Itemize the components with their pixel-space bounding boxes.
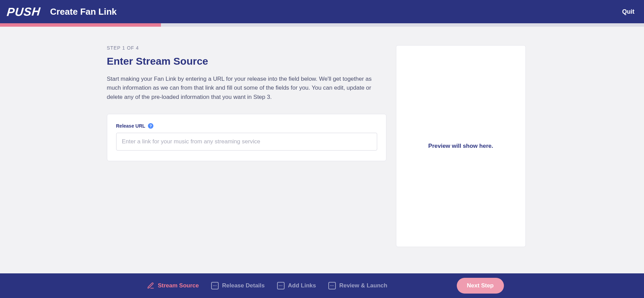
- progress-bar-track: [0, 23, 644, 27]
- next-step-button[interactable]: Next Step: [457, 278, 504, 294]
- step-stream-source[interactable]: Stream Source: [147, 282, 199, 289]
- top-bar: PUSH Create Fan Link Quit: [0, 0, 644, 23]
- main-content: STEP 1 OF 4 Enter Stream Source Start ma…: [107, 27, 537, 247]
- release-url-input[interactable]: [116, 133, 377, 151]
- step-label: Release Details: [222, 282, 265, 289]
- pencil-icon: [147, 282, 154, 289]
- preview-panel: Preview will show here.: [396, 45, 526, 247]
- step-add-links[interactable]: Add Links: [277, 282, 316, 289]
- wizard-steps: Stream Source Release Details Add Links …: [147, 282, 387, 289]
- release-url-card: Release URL ?: [107, 114, 386, 161]
- page-header-title: Create Fan Link: [50, 7, 117, 17]
- dots-icon: [277, 282, 285, 289]
- app-logo[interactable]: PUSH: [6, 5, 41, 19]
- help-icon[interactable]: ?: [148, 123, 153, 129]
- release-url-label: Release URL: [116, 123, 146, 129]
- preview-placeholder-text: Preview will show here.: [428, 143, 493, 150]
- bottom-bar: Stream Source Release Details Add Links …: [0, 273, 644, 298]
- step-review-launch[interactable]: Review & Launch: [328, 282, 387, 289]
- dots-icon: [328, 282, 336, 289]
- step-label: Add Links: [288, 282, 316, 289]
- step-label: Stream Source: [158, 282, 199, 289]
- quit-button[interactable]: Quit: [622, 8, 634, 15]
- progress-bar-fill: [0, 23, 161, 27]
- step-label: Review & Launch: [339, 282, 387, 289]
- page-title: Enter Stream Source: [107, 55, 387, 67]
- dots-icon: [211, 282, 219, 289]
- step-indicator: STEP 1 OF 4: [107, 45, 387, 51]
- page-description: Start making your Fan Link by entering a…: [107, 75, 387, 102]
- step-release-details[interactable]: Release Details: [211, 282, 265, 289]
